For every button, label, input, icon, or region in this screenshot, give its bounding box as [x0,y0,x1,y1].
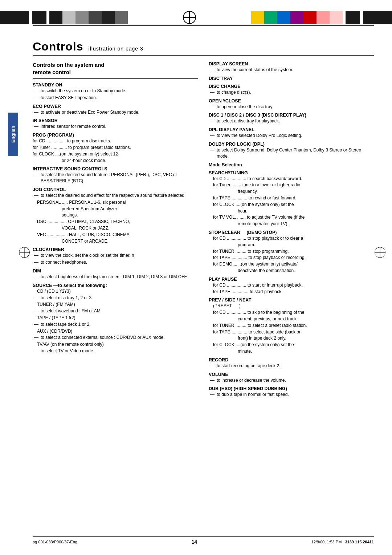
crosshair-right [375,247,385,258]
left-column: Controls on the system andremote control… [33,61,198,401]
heading-rule [33,55,374,56]
rule-top2 [33,25,374,26]
footer: pg 001-033/P900/37-Eng 14 12/8/00, 1:53 … [33,536,374,545]
item-dolby-pro-logic: DOLBY PRO LOGIC (DPL) —to select Dolby S… [209,142,374,159]
cb-silver [62,11,75,24]
item-interactive-sound: INTERACTIVE SOUND CONTROLS —to select th… [33,166,198,184]
item-standby-on: STANDBY ON —to switch the system on or t… [33,82,198,101]
item-open-close: OPEN ¥CLOSE —to open or close the disc t… [209,98,374,110]
cb-purple [290,11,303,24]
item-display-screen: DISPLAY SCREEN —to view the current stat… [209,61,374,73]
cb-med [115,11,128,24]
cb-darkgray [89,11,102,24]
item-play-pause: PLAY PAUSE for CD ................ to st… [209,277,374,295]
item-disc-123: DISC 1 / DISC 2 / DISC 3 (DISC DIRECT PL… [209,113,374,124]
color-block-dark4 [363,11,392,24]
cb-green [264,11,277,24]
footer-left: pg 001-033/P900/37-Eng [33,540,77,544]
item-dim: DIM —to select brightness of the display… [33,268,198,280]
section-rule-left [33,78,198,79]
rule-top [33,24,374,24]
item-stop-clear: STOP ¥CLEAR (DEMO STOP) for CD .........… [209,230,374,274]
item-mode-selection: Mode Selection [209,162,374,167]
color-gap4 [360,11,363,24]
cb-gray [75,11,89,24]
item-source: SOURCE —to select the following: CD / (C… [33,283,198,354]
color-gap1 [29,11,32,24]
item-dub: DUB (HSD) (HIGH SPEED DUBBING) —to dub a… [209,386,374,398]
cb-vdark [102,11,115,24]
item-prog: PROG (PROGRAM) for CD ................ t… [33,133,198,163]
section-heading-left: Controls on the system andremote control [33,61,198,76]
cb-pink [317,11,330,24]
language-sidebar: English [8,113,18,156]
color-block-dark1 [0,11,29,24]
footer-right: 12/8/00, 1:53 PM 3139 115 20411 [311,540,374,544]
right-column: DISPLAY SCREEN —to view the current stat… [209,61,374,401]
cb-lightpink [330,11,343,24]
item-disc-tray: DISC TRAY [209,76,374,81]
item-jog-control: JOG CONTROL —to select the desired sound… [33,187,198,244]
item-prev-next: PREV / SIDE / NEXT (PRESET ) for CD ....… [209,297,374,354]
item-record: RECORD —to start recording on tape deck … [209,357,374,369]
page-subtitle: illustration on page 3 [89,46,143,52]
item-dpl-display: DPL DISPLAY PANEL —to view the selected … [209,127,374,139]
controls-heading: Controls illustration on page 3 [33,40,374,53]
cb-yellow [251,11,264,24]
item-disc-change: DISC CHANGE —to change disc(s). [209,84,374,96]
crosshair-center [183,11,196,24]
item-search-tuning: SEARCH¥TUNING for CD ................ to… [209,170,374,227]
item-clock-timer: CLOCK/TIMER —to view the clock, set the … [33,247,198,266]
item-eco-power: ECO POWER —to activate or deactivate Eco… [33,104,198,116]
color-gap3 [343,11,346,24]
footer-center-page: 14 [191,539,197,545]
cb-red [303,11,317,24]
top-color-bar [0,11,392,24]
crosshair-left [19,247,30,258]
color-gap2 [46,11,49,24]
item-ir-sensor: iR SENSOR —infrared sensor for remote co… [33,118,198,130]
page-content: English Controls illustration on page 3 … [33,40,374,533]
cb-blue [277,11,290,24]
page-title: Controls [33,40,83,53]
item-volume: VOLUME —to increase or decrease the volu… [209,372,374,384]
color-block-dark3 [346,11,360,24]
color-block-dark2 [32,11,46,24]
cb-black [49,11,62,24]
two-col-layout: Controls on the system andremote control… [33,61,374,401]
